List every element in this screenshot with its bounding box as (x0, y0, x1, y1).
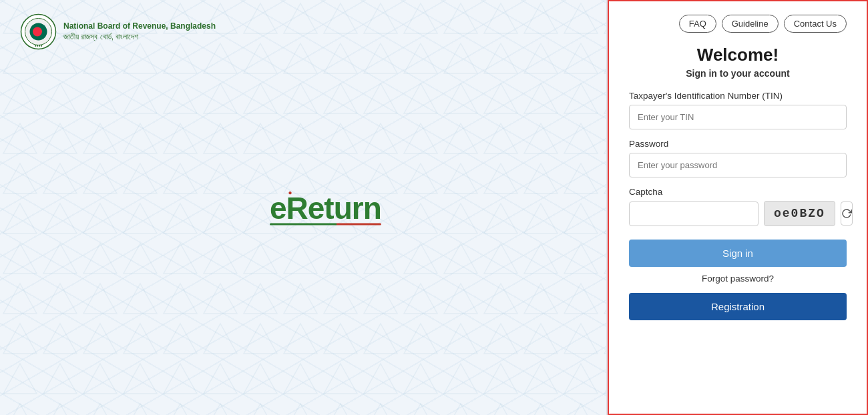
logo-text: National Board of Revenue, Bangladesh জা… (63, 21, 216, 42)
welcome-subtitle: Sign in to your account (629, 68, 847, 79)
logo-bn: জাতীয় রাজস্ব বোর্ড, বাংলাদেশ (63, 32, 216, 43)
guideline-button[interactable]: Guideline (722, 15, 779, 33)
captcha-label: Captcha (629, 187, 847, 197)
nbr-emblem: ●●●● (20, 13, 57, 50)
contact-button[interactable]: Contact Us (784, 15, 847, 33)
logo-area: ●●●● National Board of Revenue, Banglade… (20, 13, 586, 50)
welcome-title: Welcome! (629, 45, 847, 65)
right-panel: FAQ Guideline Contact Us Welcome! Sign i… (608, 0, 868, 415)
brand-logo: eR●eturn (270, 190, 381, 226)
tin-label: Taxpayer's Identification Number (TIN) (629, 91, 847, 101)
tin-input[interactable] (629, 105, 847, 129)
faq-button[interactable]: FAQ (679, 15, 716, 33)
captcha-group: Captcha oe0BZO (629, 187, 847, 226)
signin-button[interactable]: Sign in (629, 240, 847, 267)
logo-en: National Board of Revenue, Bangladesh (63, 21, 216, 32)
svg-text:●●●●: ●●●● (34, 43, 42, 47)
captcha-refresh-button[interactable] (841, 201, 853, 226)
forgot-password-link[interactable]: Forgot password? (629, 274, 847, 284)
captcha-code: oe0BZO (764, 201, 835, 226)
top-nav: FAQ Guideline Contact Us (629, 15, 847, 33)
registration-button[interactable]: Registration (629, 293, 847, 320)
captcha-row: oe0BZO (629, 201, 847, 226)
password-input[interactable] (629, 153, 847, 177)
ereturn-text: eR●eturn (270, 190, 381, 226)
welcome-section: Welcome! Sign in to your account (629, 45, 847, 79)
captcha-input[interactable] (629, 201, 758, 226)
svg-point-3 (33, 27, 42, 37)
tin-group: Taxpayer's Identification Number (TIN) (629, 91, 847, 129)
password-group: Password (629, 139, 847, 177)
left-panel: ●●●● National Board of Revenue, Banglade… (0, 0, 606, 415)
password-label: Password (629, 139, 847, 149)
refresh-icon (841, 208, 852, 219)
